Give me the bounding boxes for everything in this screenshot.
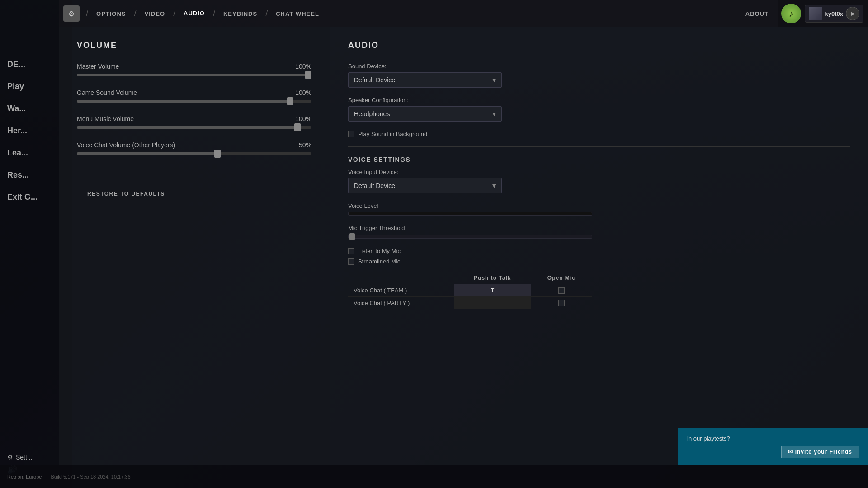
menu-music-slider[interactable] (77, 126, 311, 129)
voice-chat-party-open-mic-checkbox[interactable] (558, 300, 565, 306)
game-sound-thumb[interactable] (287, 97, 293, 105)
nav-chat-wheel[interactable]: CHAT WHEEL (271, 9, 324, 19)
status-region: Region: Europe (7, 474, 42, 479)
voice-chat-party-open-mic-cell (531, 297, 592, 310)
restore-defaults-button[interactable]: RESTORE TO DEFAULTS (77, 186, 175, 202)
play-in-background-row[interactable]: Play Sound in Background (348, 131, 850, 137)
user-play-button[interactable]: ▶ (846, 7, 859, 20)
voice-level-bar (348, 212, 592, 216)
col-voice-chat (348, 272, 454, 284)
game-sound-value: 100% (295, 89, 311, 96)
nav-separator-3: / (173, 9, 175, 19)
game-sound-row: Game Sound Volume 100% (77, 89, 311, 103)
voice-chat-volume-label: Voice Chat Volume (Other Players) (77, 141, 175, 149)
menu-music-value: 100% (295, 115, 311, 122)
volume-panel: VOLUME Master Volume 100% Game Sound Vol… (59, 27, 330, 465)
settings-icon: ⚙ (7, 454, 13, 461)
nav-separator-2: / (134, 9, 137, 19)
speaker-config-group: Speaker Configuration: Headphones Stereo… (348, 97, 850, 122)
menu-music-fill (77, 126, 297, 129)
sound-device-label: Sound Device: (348, 63, 850, 70)
nav-separator-4: / (213, 9, 215, 19)
nav-video[interactable]: VIDEO (140, 9, 170, 19)
voice-level-label: Voice Level (348, 202, 850, 209)
status-bar: Region: Europe Build 5.171 - Sep 18 2024… (0, 465, 868, 488)
mic-trigger-group: Mic Trigger Threshold (348, 225, 850, 239)
audio-divider (348, 146, 850, 147)
sound-device-wrapper: Default Device ▼ (348, 72, 502, 88)
voice-input-device-wrapper: Default Device ▼ (348, 178, 502, 193)
sound-device-group: Sound Device: Default Device ▼ (348, 63, 850, 88)
voice-chat-team-label: Voice Chat ( TEAM ) (348, 284, 454, 297)
menu-music-thumb[interactable] (294, 123, 301, 131)
volume-title: VOLUME (77, 41, 311, 50)
username: ky0t0x (825, 10, 843, 17)
audio-panel: AUDIO Sound Device: Default Device ▼ Spe… (330, 27, 868, 465)
voice-chat-volume-slider[interactable] (77, 152, 311, 155)
voice-chat-table: Push to Talk Open Mic Voice Chat ( TEAM … (348, 272, 592, 309)
user-mini-avatar (809, 7, 822, 20)
sidebar-settings[interactable]: ⚙ Sett... (7, 454, 65, 461)
nav-separator-1: / (86, 9, 88, 19)
streamlined-mic-row[interactable]: Streamlined Mic (348, 258, 850, 265)
menu-music-row: Menu Music Volume 100% (77, 115, 311, 129)
play-in-background-checkbox[interactable] (348, 131, 354, 137)
game-sound-slider[interactable] (77, 100, 311, 103)
nav-audio[interactable]: AUDIO (179, 8, 209, 19)
master-volume-label: Master Volume (77, 63, 119, 70)
audio-title: AUDIO (348, 41, 850, 50)
voice-settings-title: VOICE SETTINGS (348, 156, 850, 163)
user-avatar-green: ♪ (781, 4, 801, 23)
col-push-to-talk: Push to Talk (454, 272, 531, 284)
listen-to-mic-checkbox[interactable] (348, 248, 354, 254)
voice-chat-team-open-mic-cell (531, 284, 592, 297)
user-profile[interactable]: ky0t0x ▶ (805, 5, 863, 23)
status-build: Build 5.171 - Sep 18 2024, 10:17:36 (51, 474, 130, 479)
speaker-config-label: Speaker Configuration: (348, 97, 850, 103)
user-area: ♪ ky0t0x ▶ (778, 0, 868, 27)
voice-input-device-group: Voice Input Device: Default Device ▼ (348, 169, 850, 193)
speaker-config-select[interactable]: Headphones Stereo 5.1 Surround 7.1 Surro… (348, 106, 502, 122)
master-volume-fill (77, 74, 311, 76)
streamlined-mic-checkbox[interactable] (348, 258, 354, 265)
listen-to-mic-label: Listen to My Mic (358, 248, 401, 254)
invite-text: in our playtests? (687, 435, 859, 442)
game-sound-fill (77, 100, 290, 103)
master-volume-slider[interactable] (77, 74, 311, 76)
main-content: VOLUME Master Volume 100% Game Sound Vol… (59, 27, 868, 465)
settings-label: Sett... (16, 454, 33, 461)
voice-chat-volume-fill (77, 152, 217, 155)
speaker-config-wrapper: Headphones Stereo 5.1 Surround 7.1 Surro… (348, 106, 502, 122)
nav-about[interactable]: ABOUT (745, 10, 769, 17)
nav-separator-5: / (265, 9, 268, 19)
sound-device-select[interactable]: Default Device (348, 72, 502, 88)
listen-to-mic-row[interactable]: Listen to My Mic (348, 248, 850, 254)
game-sound-label: Game Sound Volume (77, 89, 137, 96)
voice-input-device-label: Voice Input Device: (348, 169, 850, 175)
voice-chat-party-label: Voice Chat ( PARTY ) (348, 297, 454, 310)
menu-music-label: Menu Music Volume (77, 115, 134, 122)
col-open-mic: Open Mic (531, 272, 592, 284)
voice-chat-volume-value: 50% (299, 141, 311, 149)
mic-threshold-slider[interactable] (348, 235, 592, 239)
play-in-background-label: Play Sound in Background (358, 131, 427, 137)
settings-gear-icon[interactable]: ⚙ (63, 5, 80, 22)
master-volume-thumb[interactable] (305, 71, 311, 79)
voice-chat-volume-thumb[interactable] (214, 150, 221, 158)
voice-chat-party-push-to-talk[interactable] (454, 297, 531, 310)
mic-threshold-thumb[interactable] (349, 233, 355, 240)
streamlined-mic-label: Streamlined Mic (358, 258, 400, 265)
invite-friends-button[interactable]: ✉ Invite your Friends (781, 446, 859, 458)
voice-chat-team-push-to-talk[interactable]: T (454, 284, 531, 297)
nav-options[interactable]: OPTIONS (92, 9, 131, 19)
master-volume-row: Master Volume 100% (77, 63, 311, 76)
voice-input-device-select[interactable]: Default Device (348, 178, 502, 193)
nav-keybinds[interactable]: KEYBINDS (219, 9, 262, 19)
master-volume-value: 100% (295, 63, 311, 70)
mic-trigger-label: Mic Trigger Threshold (348, 225, 850, 231)
voice-level-group: Voice Level (348, 202, 850, 216)
voice-chat-team-open-mic-checkbox[interactable] (558, 287, 565, 294)
top-nav: ⚙ / OPTIONS / VIDEO / AUDIO / KEYBINDS /… (59, 0, 778, 27)
table-row: Voice Chat ( TEAM ) T (348, 284, 592, 297)
invite-bar: in our playtests? ✉ Invite your Friends (678, 428, 868, 465)
